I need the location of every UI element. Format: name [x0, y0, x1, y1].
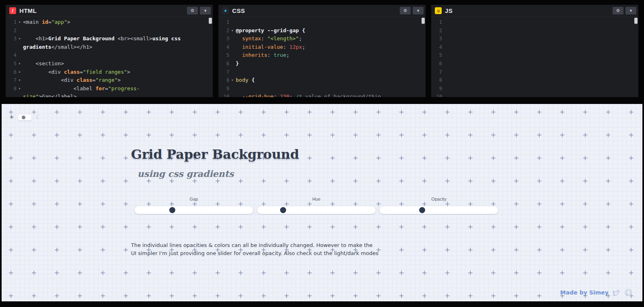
theme-toggle[interactable]: [18, 114, 31, 120]
code-line[interactable]: 5: [433, 51, 634, 60]
code-line[interactable]: 2: [8, 27, 209, 35]
gap-slider: Gap: [135, 197, 253, 214]
editor-collapse-button[interactable]: ▾: [413, 7, 424, 15]
code-line[interactable]: 5▾ <section>: [8, 60, 209, 68]
code-line[interactable]: size">Gap</label>: [8, 93, 209, 97]
editor-title-css: CSS: [232, 7, 245, 14]
editor-panel-css: * CSS ⚙ ▾ 12▾@property --grid-gap {3 syn…: [218, 5, 426, 97]
code-line[interactable]: 3▾ <h1>Grid Paper Background <br><small>…: [8, 35, 209, 43]
code-line[interactable]: 7▾ <div class="range">: [8, 76, 209, 85]
scrollbar-thumb[interactable]: [209, 18, 212, 24]
code-line[interactable]: 4 initial-value: 12px;: [220, 43, 422, 52]
editor-settings-button[interactable]: ⚙: [400, 7, 411, 15]
gap-slider-knob[interactable]: [169, 207, 175, 213]
fold-gutter: [442, 35, 448, 43]
code-line[interactable]: 9: [433, 85, 634, 93]
code-line[interactable]: 10 --grid-hue: 230; /* value of backgrou…: [220, 93, 422, 97]
code-line[interactable]: 2: [433, 27, 634, 35]
fold-gutter: [229, 60, 235, 68]
code-line[interactable]: 4: [8, 51, 209, 60]
page-subtitle: using css gradients: [137, 168, 234, 179]
code-line[interactable]: 3: [433, 35, 634, 43]
fold-arrow-icon: ▾: [17, 85, 23, 93]
hue-slider-track[interactable]: [257, 206, 376, 214]
editors-row: / HTML ⚙ ▾ 1▾<main id="app">23▾ <h1>Grid…: [0, 0, 644, 97]
code-line[interactable]: gradients</small></h1>: [8, 43, 209, 52]
editor-settings-button[interactable]: ⚙: [613, 7, 623, 15]
description-line-2: UI simpler I'm just providing one slider…: [131, 250, 378, 256]
fold-arrow-icon: ▾: [17, 60, 23, 68]
code-line[interactable]: 1▾<main id="app">: [8, 18, 209, 27]
code-line[interactable]: 4: [433, 43, 634, 52]
scrollbar-thumb[interactable]: [422, 18, 425, 24]
editor-panel-html: / HTML ⚙ ▾ 1▾<main id="app">23▾ <h1>Grid…: [6, 5, 213, 97]
code-line[interactable]: 6▾ <div class="field ranges">: [8, 68, 209, 77]
code-line[interactable]: 3 syntax: "<length>";: [220, 35, 422, 43]
fold-gutter: [229, 85, 235, 93]
fold-gutter: [229, 43, 235, 52]
code-line[interactable]: 7: [433, 68, 634, 77]
code-line[interactable]: 5 inherits: true;: [220, 51, 422, 60]
gap-slider-track[interactable]: [135, 206, 253, 214]
credit-text[interactable]: Made by Simey: [560, 289, 609, 296]
editor-collapse-button[interactable]: ▾: [200, 7, 211, 15]
fold-arrow-icon: ▾: [17, 18, 23, 27]
fold-gutter: [17, 27, 23, 35]
code-line[interactable]: 1: [433, 18, 634, 27]
code-area-css: 12▾@property --grid-gap {3 syntax: "<len…: [218, 17, 426, 97]
gear-icon: ⚙: [616, 8, 620, 13]
preview-pane: ☀ ☾ Grid Paper Background using css grad…: [2, 104, 642, 301]
fold-gutter: [17, 93, 23, 97]
editor-title-html: HTML: [19, 7, 37, 14]
editor-header-buttons: ⚙ ▾: [613, 7, 636, 15]
fold-gutter: [17, 43, 23, 52]
hue-slider-knob[interactable]: [280, 207, 286, 213]
fold-gutter: [442, 51, 448, 60]
editor-header-js: ( ) JS ⚙ ▾: [431, 5, 638, 17]
twitter-icon[interactable]: [612, 289, 621, 297]
html-code-editor[interactable]: 1▾<main id="app">23▾ <h1>Grid Paper Back…: [6, 17, 213, 97]
fold-arrow-icon: ▾: [17, 68, 23, 77]
opacity-slider-track[interactable]: [380, 206, 498, 214]
toggle-knob[interactable]: [22, 116, 25, 119]
moon-icon[interactable]: ☾: [35, 114, 41, 121]
code-line[interactable]: 10: [433, 93, 634, 97]
fold-gutter: [442, 76, 448, 85]
sun-icon[interactable]: ☀: [9, 114, 14, 121]
opacity-slider: Opacity: [380, 197, 498, 214]
editor-collapse-button[interactable]: ▾: [625, 7, 636, 15]
code-line[interactable]: 1: [220, 18, 422, 27]
css-icon: *: [222, 7, 229, 14]
scrollbar-thumb[interactable]: [634, 18, 638, 24]
description-text: The individual lines opacities & colors …: [131, 241, 378, 257]
editor-header-css: * CSS ⚙ ▾: [218, 5, 426, 17]
code-line[interactable]: 8: [433, 76, 634, 85]
opacity-slider-knob[interactable]: [419, 207, 425, 213]
github-icon[interactable]: [624, 288, 633, 297]
fold-gutter: [229, 35, 235, 43]
hue-slider-label: Hue: [257, 197, 376, 201]
code-line[interactable]: 6}: [220, 60, 422, 68]
fold-gutter: [442, 27, 448, 35]
code-line[interactable]: 2▾@property --grid-gap {: [220, 27, 422, 35]
theme-controls: ☀ ☾: [9, 114, 41, 121]
code-line[interactable]: 8▾body {: [220, 76, 422, 85]
code-line[interactable]: 7: [220, 68, 422, 77]
fold-gutter: [442, 43, 448, 52]
code-line[interactable]: 6: [433, 60, 634, 68]
description-line-1: The individual lines opacities & colors …: [131, 242, 373, 248]
gear-icon: ⚙: [403, 8, 407, 13]
editor-header-html: / HTML ⚙ ▾: [6, 5, 213, 17]
code-line[interactable]: 9: [220, 85, 422, 93]
css-code-editor[interactable]: 12▾@property --grid-gap {3 syntax: "<len…: [218, 17, 426, 97]
hue-slider: Hue: [257, 197, 376, 214]
fold-arrow-icon: ▾: [17, 76, 23, 85]
fold-gutter: [442, 85, 448, 93]
editor-settings-button[interactable]: ⚙: [187, 7, 198, 15]
opacity-slider-label: Opacity: [380, 197, 498, 201]
fold-gutter: [229, 68, 235, 77]
fold-gutter: [229, 93, 235, 97]
js-code-editor[interactable]: 12345678910: [431, 17, 638, 97]
gear-icon: ⚙: [191, 8, 195, 13]
code-line[interactable]: 8▾ <label for="progress-: [8, 85, 209, 93]
